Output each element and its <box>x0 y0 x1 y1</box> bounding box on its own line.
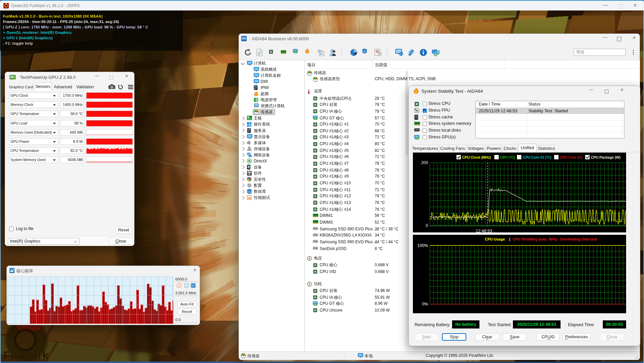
svg-text:100%: 100% <box>417 243 428 248</box>
svg-text:200: 200 <box>421 160 428 165</box>
svg-text:0%: 0% <box>422 302 428 307</box>
svg-text:CPU Core #1 (°C): CPU Core #1 (°C) <box>523 155 551 159</box>
svg-text:|: | <box>509 237 510 241</box>
svg-text:CPU Throttling (max: 69%) - Ov: CPU Throttling (max: 69%) - Overheating … <box>513 237 597 241</box>
svg-text:FurMark: FurMark <box>3 349 49 362</box>
svg-text:CPU Clock (MHz): CPU Clock (MHz) <box>462 155 491 159</box>
svg-text:CPU (°C): CPU (°C) <box>500 155 515 159</box>
svg-text:0: 0 <box>426 223 428 228</box>
svg-text:CPU Core (V): CPU Core (V) <box>560 155 582 159</box>
svg-text:CPU Usage: CPU Usage <box>485 237 505 241</box>
svg-text:12:48:53: 12:48:53 <box>476 229 492 232</box>
svg-text:CPU Package (W): CPU Package (W) <box>591 155 621 159</box>
